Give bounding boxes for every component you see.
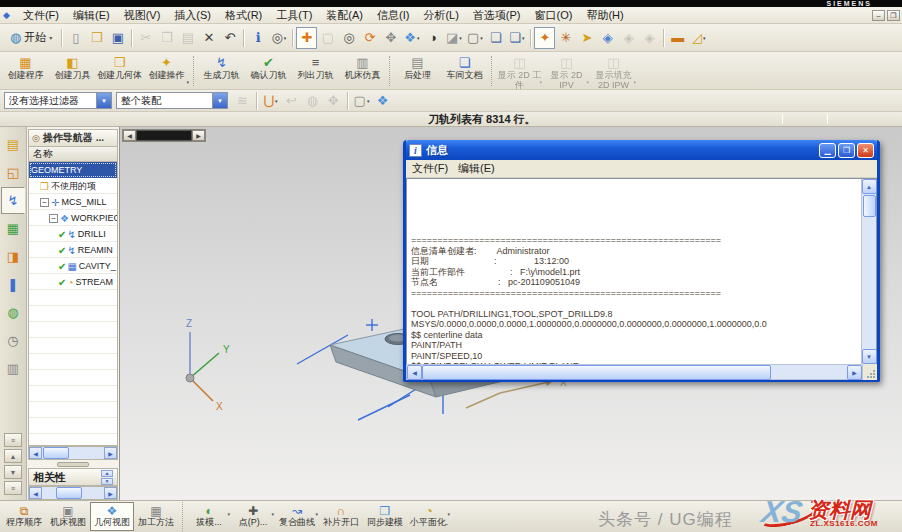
menu-item[interactable]: 帮助(H) [579,7,630,23]
menu-item[interactable]: 格式(R) [218,7,269,23]
undo-icon[interactable]: ↶ ▾ [219,27,240,49]
info-cursor-icon[interactable]: ℹ ▾ [247,27,268,49]
dependencies-h-scrollbar[interactable]: ◀ ▶ [28,486,118,500]
info-horizontal-scrollbar[interactable]: ◀ ▶ [406,364,863,380]
save-icon[interactable]: ▣ ▾ [107,27,128,49]
resize-grip[interactable] [863,364,877,380]
roles-icon[interactable]: ▥ [1,355,25,382]
restore-button[interactable]: ❐ [887,10,900,21]
scrollbar-thumb[interactable] [863,195,876,217]
create-geometry-button[interactable]: ❒ 创建几何体 ▾ [96,53,143,88]
render-style-icon[interactable]: ◑ ▾ [422,27,443,49]
cascade-window-icon[interactable]: ❏ ▾ [485,27,506,49]
snap-intersection-icon[interactable]: ◈ ▾ [639,27,660,49]
tree-node-streamline[interactable]: − ✔ ◔ STREAM [29,274,117,290]
list-toolpath-button[interactable]: ≡ 列出刀轨 ▾ [292,53,339,88]
show-filled-2d-ipw-button[interactable]: ◫ 显示填充 2D IPW ▾ [590,53,637,88]
cut-icon[interactable]: ✂ ▾ [135,27,156,49]
background-icon[interactable]: ▢ ▾ [464,27,485,49]
delete-icon[interactable]: ✕ ▾ [198,27,219,49]
tree-node-mcs-mill[interactable]: − ✔ ✛ MCS_MILL [29,194,117,210]
pan-icon[interactable]: ✥ ▾ [380,27,401,49]
menu-item[interactable]: 分析(L) [416,7,465,23]
menu-item[interactable]: 信息(I) [370,7,416,23]
navigator-titlebar[interactable]: ◎ 操作导航器 ... [28,129,118,147]
rectangle-select-icon[interactable]: ▢ ▾ [351,90,372,112]
scroll-down-icon[interactable]: ▼ [862,349,877,364]
selection-scope-combo[interactable]: 整个装配 ▼ [116,92,228,109]
scrollbar-thumb[interactable] [43,447,69,459]
expander-icon[interactable]: − [40,198,49,207]
snap-midpoint-icon[interactable]: ◈ ▾ [618,27,639,49]
snap-point-icon[interactable]: ◈ ▾ [597,27,618,49]
measure-distance-icon[interactable]: ▬ ▾ [667,27,688,49]
show-2d-workpiece-button[interactable]: ◫ 显示 2D 工件 ▾ [496,53,543,88]
scroll-right-icon[interactable]: ▶ [847,365,862,380]
zoom-box-icon[interactable]: ▢ ▾ [317,27,338,49]
dependencies-header[interactable]: 相关性 ▲ ▼ [28,468,118,486]
measure-angle-icon[interactable]: ◿ ▾ [688,27,709,49]
tree-node-cavity[interactable]: − ✔ ▦ CAVITY_ [29,258,117,274]
operation-navigator-icon[interactable]: ↯ [1,187,25,214]
info-window-titlebar[interactable]: i 信息 ▁ ❐ ✕ [406,140,877,160]
info-menu-item[interactable]: 文件(F) [410,161,456,176]
info-minimize-button[interactable]: ▁ [819,143,836,158]
expander-icon[interactable]: − [49,214,58,223]
web-browser-icon[interactable]: ◍ [1,299,25,326]
menu-item[interactable]: 编辑(E) [66,7,117,23]
machining-feature-navigator-icon[interactable]: ▦ [1,215,25,242]
scroll-left-icon[interactable]: ◀ [29,447,42,459]
program-order-view-button[interactable]: ⧉ 程序顺序 ▾ [2,502,46,531]
tree-node-workpiece[interactable]: − ✔ ❖ WORKPIECE [29,210,117,226]
scroll-up-icon[interactable]: ▲ [862,179,877,194]
tree-node-reaming[interactable]: − ✔ ↯ REAMIN [29,242,117,258]
menu-item[interactable]: 首选项(P) [466,7,528,23]
face-analysis-icon[interactable]: ◪ ▾ [443,27,464,49]
scrollbar-thumb[interactable] [422,365,771,380]
info-close-button[interactable]: ✕ [857,143,874,158]
panel-down-button[interactable]: ▼ [4,465,22,479]
panel-up-button[interactable]: ▲ [4,449,22,463]
panel-splitter[interactable] [27,460,119,468]
spin-up-icon[interactable]: ▲ [101,470,113,477]
menu-item[interactable]: 工具(T) [269,7,319,23]
minimize-button[interactable]: – [872,10,885,21]
name-column-header[interactable]: 名称 [28,147,118,162]
menu-item[interactable]: 视图(V) [117,7,168,23]
menu-item[interactable]: 文件(F) [16,7,66,23]
perspective-cube-icon[interactable]: ❖ ▾ [401,27,422,49]
scroll-right-icon[interactable]: ▶ [104,487,117,499]
info-vertical-scrollbar[interactable]: ▲ ▼ [861,179,876,364]
orbit-icon[interactable]: ➤ ▾ [576,27,597,49]
shop-doc-button[interactable]: ❏ 车间文档 ▾ [441,53,488,88]
copy-icon[interactable]: ❐ ▾ [156,27,177,49]
panel-bottom-button[interactable]: ≡ [4,481,22,495]
tree-node-geometry[interactable]: − ✔ GEOMETRY [29,162,117,178]
reuse-library-icon[interactable]: ◨ [1,243,25,270]
info-maximize-button[interactable]: ❐ [838,143,855,158]
hd3d-tools-icon[interactable]: ❚ [1,271,25,298]
move-object-icon[interactable]: ✥ ▾ [323,90,344,112]
geometry-view-button[interactable]: ❖ 几何视图 ▾ [90,502,134,531]
undo-selection-icon[interactable]: ↩ ▾ [281,90,302,112]
machining-method-view-button[interactable]: ▦ 加工方法 ▾ [134,502,178,531]
scroll-left-icon[interactable]: ◀ [407,365,422,380]
shaded-cube-icon[interactable]: ❖ ▾ [372,90,393,112]
fit-view-icon[interactable]: ✚ ▾ [296,27,317,49]
history-icon[interactable]: ◷ [1,327,25,354]
vector-axes-icon[interactable]: ✦ ▾ [534,27,555,49]
menu-item[interactable]: 窗口(O) [528,7,580,23]
tree-node-drilling[interactable]: − ✔ ↯ DRILLI [29,226,117,242]
menu-item[interactable]: 装配(A) [319,7,370,23]
start-button[interactable]: ◍ 开始 ▾ [4,27,58,49]
show-hide-icon[interactable]: ◍ ▾ [302,90,323,112]
constraint-mesh-icon[interactable]: ✳ ▾ [555,27,576,49]
new-file-icon[interactable]: ▯ ▾ [65,27,86,49]
tile-window-icon[interactable]: ❏ ▾ [506,27,527,49]
postprocess-button[interactable]: ▤ 后处理 ▾ [394,53,441,88]
menu-item[interactable]: 插入(S) [167,7,218,23]
selection-filter-combo[interactable]: 没有选择过滤器 ▼ [4,92,112,109]
point-button[interactable]: ✚ 点(P)... ▾ [231,502,275,531]
paste-icon[interactable]: ▤ ▾ [177,27,198,49]
visualization-icon[interactable]: ◎ ▾ [268,27,289,49]
